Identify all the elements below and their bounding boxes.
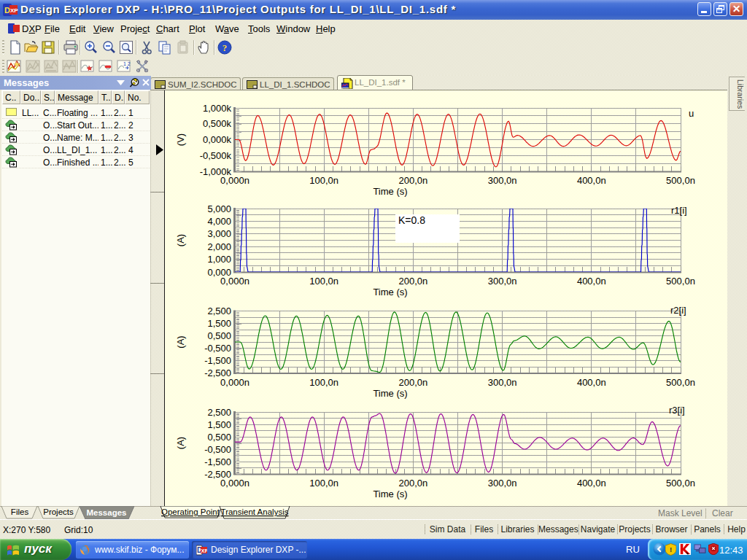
svg-text:Time (s): Time (s) bbox=[373, 489, 407, 499]
svg-text:u: u bbox=[689, 108, 694, 119]
svg-text:100,0n: 100,0n bbox=[309, 175, 338, 186]
svg-text:100,0n: 100,0n bbox=[309, 276, 338, 287]
svg-text:200,0n: 200,0n bbox=[399, 175, 428, 186]
svg-text:r2[i]: r2[i] bbox=[670, 305, 686, 316]
svg-text:100,0n: 100,0n bbox=[309, 377, 338, 388]
svg-text:?: ? bbox=[222, 42, 228, 53]
svg-text:(V): (V) bbox=[175, 133, 186, 146]
svg-text:300,0n: 300,0n bbox=[488, 175, 517, 186]
svg-text:XP: XP bbox=[10, 7, 18, 14]
svg-text:300,0n: 300,0n bbox=[488, 276, 517, 287]
svg-text:-1,500: -1,500 bbox=[204, 456, 231, 467]
svg-text:Time (s): Time (s) bbox=[373, 287, 407, 298]
svg-text:400,0n: 400,0n bbox=[577, 377, 606, 388]
svg-text:0,500k: 0,500k bbox=[203, 118, 232, 129]
svg-text:-0,500: -0,500 bbox=[204, 343, 231, 354]
svg-text:500,0n: 500,0n bbox=[666, 175, 695, 186]
svg-text:4,000: 4,000 bbox=[207, 216, 231, 227]
svg-text:(A): (A) bbox=[175, 437, 186, 449]
svg-text:300,0n: 300,0n bbox=[488, 478, 517, 489]
svg-text:100,0n: 100,0n bbox=[309, 478, 338, 489]
svg-text:200,0n: 200,0n bbox=[399, 377, 428, 388]
svg-text:Operating Point: Operating Point bbox=[161, 508, 220, 516]
svg-text:XP: XP bbox=[201, 548, 208, 554]
svg-text:-0,500k: -0,500k bbox=[200, 150, 232, 161]
svg-text:500,0n: 500,0n bbox=[666, 478, 695, 489]
svg-text:Projects: Projects bbox=[43, 508, 74, 516]
svg-text:-1,500: -1,500 bbox=[204, 355, 231, 366]
svg-text:Time (s): Time (s) bbox=[373, 186, 407, 197]
svg-text:r1[i]: r1[i] bbox=[671, 205, 687, 216]
svg-text:500,0n: 500,0n bbox=[666, 377, 695, 388]
svg-text:200,0n: 200,0n bbox=[399, 478, 428, 489]
svg-text:400,0n: 400,0n bbox=[577, 276, 606, 287]
svg-text:1,500: 1,500 bbox=[207, 318, 231, 329]
svg-text:0,000n: 0,000n bbox=[220, 478, 249, 489]
svg-text:400,0n: 400,0n bbox=[577, 175, 606, 186]
svg-text:-0,500: -0,500 bbox=[204, 444, 231, 455]
svg-text:0,000n: 0,000n bbox=[220, 377, 249, 388]
svg-text:0,000k: 0,000k bbox=[203, 134, 232, 145]
svg-text:400,0n: 400,0n bbox=[577, 478, 606, 489]
svg-text:2,500: 2,500 bbox=[207, 407, 231, 418]
svg-text:Messages: Messages bbox=[87, 508, 127, 517]
svg-text:1 2: 1 2 bbox=[123, 61, 131, 66]
svg-text:Time (s): Time (s) bbox=[373, 388, 407, 399]
svg-text:5,000: 5,000 bbox=[207, 203, 231, 214]
svg-text:!: ! bbox=[670, 545, 672, 553]
svg-text:1,500: 1,500 bbox=[207, 419, 231, 430]
svg-text:(A): (A) bbox=[175, 234, 186, 246]
svg-text:2,000: 2,000 bbox=[207, 241, 231, 252]
svg-text:200,0n: 200,0n bbox=[399, 276, 428, 287]
svg-text:K=0.8: K=0.8 bbox=[398, 214, 425, 226]
svg-text:Transient Analysis: Transient Analysis bbox=[221, 508, 289, 516]
svg-text:1,000k: 1,000k bbox=[203, 103, 232, 114]
svg-text:3,000: 3,000 bbox=[207, 228, 231, 239]
svg-text:0,000n: 0,000n bbox=[220, 276, 249, 287]
svg-text:0,000n: 0,000n bbox=[220, 175, 249, 186]
svg-text:D: D bbox=[4, 6, 10, 15]
svg-text:r3[i]: r3[i] bbox=[669, 405, 685, 416]
svg-text:500,0n: 500,0n bbox=[666, 276, 695, 287]
svg-text:(A): (A) bbox=[175, 335, 186, 348]
svg-text:300,0n: 300,0n bbox=[488, 377, 517, 388]
svg-text:Files: Files bbox=[11, 508, 29, 516]
svg-text:1,000: 1,000 bbox=[207, 254, 231, 265]
svg-text:2,500: 2,500 bbox=[207, 306, 231, 316]
svg-text:0,500: 0,500 bbox=[207, 432, 231, 443]
svg-text:0,500: 0,500 bbox=[207, 330, 231, 341]
